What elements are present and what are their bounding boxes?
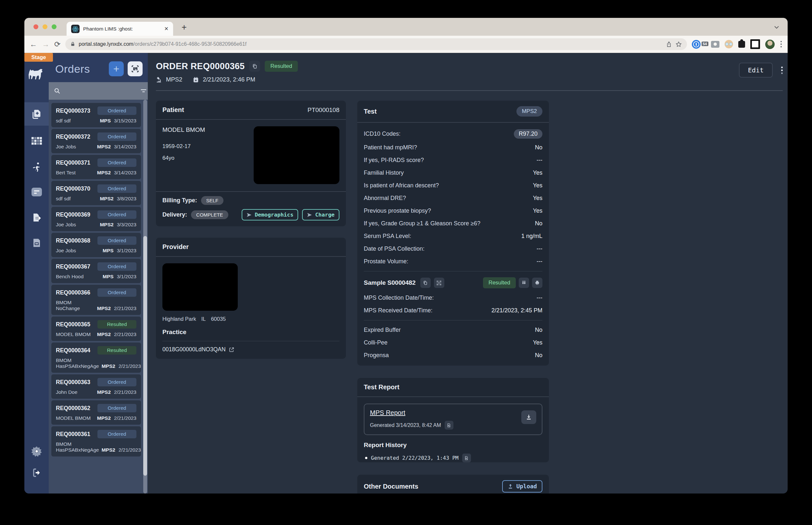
test-row-label: Abnormal DRE? xyxy=(364,195,406,201)
add-order-button[interactable]: + xyxy=(109,61,124,76)
share-icon[interactable] xyxy=(666,41,672,48)
sample-row-label: MPS Received Date/Time: xyxy=(364,307,432,314)
report-box: MPS Report Generated 3/14/2023, 8:42 AM xyxy=(364,404,543,435)
order-list-item[interactable]: REQ0000363Ordered John DoeMPS22/21/2023 xyxy=(51,374,141,399)
order-test-type: MPS2 xyxy=(100,222,113,228)
qr-code-button[interactable] xyxy=(434,278,444,288)
divider xyxy=(364,320,543,320)
fullscreen-window-button[interactable] xyxy=(51,24,57,29)
sample-id: Sample S0000482 xyxy=(364,279,416,286)
upload-button[interactable]: Upload xyxy=(502,480,543,493)
sidebar-item-export[interactable] xyxy=(24,208,49,227)
test-tubes-button[interactable] xyxy=(519,278,529,288)
test-row-label: Serum PSA Level: xyxy=(364,233,411,240)
new-tab-button[interactable]: + xyxy=(181,22,187,32)
download-report-button[interactable] xyxy=(521,410,536,424)
test-row-label: Patient had mpMRI? xyxy=(364,144,417,151)
extensions-cluster: 54 xyxy=(692,39,783,49)
profile-avatar[interactable] xyxy=(765,40,774,49)
flag-value: No xyxy=(535,352,543,359)
divider xyxy=(162,341,339,341)
patient-name: MODEL BMOM xyxy=(162,126,254,133)
order-patient-name: Joe Jobs xyxy=(56,222,76,228)
order-patient-name: Bench Hood xyxy=(56,274,84,280)
order-list-item[interactable]: REQ0000370Ordered sdf sdfMPS23/8/2023 xyxy=(51,181,141,205)
orders-search-bar[interactable] xyxy=(49,82,148,100)
order-menu-icon[interactable] xyxy=(781,66,783,74)
calendar-icon xyxy=(193,76,199,83)
settings-gear-icon[interactable] xyxy=(31,446,43,457)
send-charge-button[interactable]: Charge xyxy=(302,209,339,221)
minimize-window-button[interactable] xyxy=(43,24,47,29)
sidebar-item-runner[interactable] xyxy=(24,158,49,176)
order-status-badge: Ordered xyxy=(98,210,136,219)
practice-link[interactable]: 0018G00000LdNO3QAN xyxy=(162,346,339,353)
provider-address: Highland ParkIL60035 xyxy=(162,316,339,322)
edit-button[interactable]: Edit xyxy=(739,63,773,78)
order-detail: ORDER REQ0000365 Resulted MPS2 xyxy=(148,53,788,494)
logout-icon[interactable] xyxy=(31,467,42,478)
send-demographics-button[interactable]: Demographics xyxy=(242,209,298,221)
test-row-label: If yes, PI-RADS score? xyxy=(364,157,424,164)
order-list-item[interactable]: REQ0000367Ordered Bench HoodMPS3/1/2023 xyxy=(51,259,141,283)
extensions-puzzle-icon[interactable] xyxy=(738,41,745,48)
chevron-down-icon[interactable] xyxy=(774,26,779,29)
bookmark-star-icon[interactable] xyxy=(675,41,682,48)
test-row-value: Yes xyxy=(533,208,543,214)
forward-button[interactable]: → xyxy=(42,41,49,48)
grid-icon xyxy=(31,137,42,146)
url-bar[interactable]: portal.stage.lynxdx.com/orders/c279b074-… xyxy=(65,38,686,50)
orders-panel: Orders + REQ0000373Ordered sd xyxy=(49,53,148,494)
patient-card-title: Patient xyxy=(162,106,184,114)
tab-close-icon[interactable]: ✕ xyxy=(164,26,168,32)
square-tool-icon[interactable] xyxy=(750,39,760,49)
preview-history-report-button[interactable] xyxy=(462,453,471,462)
order-test-type: MPS2 xyxy=(97,170,111,176)
history-timestamp: Generated 2/22/2023, 1:43 PM xyxy=(371,455,459,461)
order-list-item[interactable]: REQ0000361Ordered BMOM HasPSABxNegAgeMPS… xyxy=(51,426,141,456)
order-list-item[interactable]: REQ0000365Resulted MODEL BMOMMPS22/21/20… xyxy=(51,317,141,341)
back-button[interactable]: ← xyxy=(30,41,37,48)
copy-sample-id-button[interactable] xyxy=(420,278,431,288)
order-list-item[interactable]: REQ0000372Ordered Joe JobsMPS23/14/2023 xyxy=(51,129,141,153)
order-patient-name: MODEL BMOM xyxy=(56,415,91,421)
screenshot-extension-icon[interactable] xyxy=(711,41,720,48)
order-date: 3/3/2023 xyxy=(117,222,136,228)
order-list-item[interactable]: REQ0000369Ordered Joe JobsMPS23/3/2023 xyxy=(51,207,141,231)
close-window-button[interactable] xyxy=(33,24,38,29)
copy-order-id-button[interactable] xyxy=(249,61,260,72)
preview-report-button[interactable] xyxy=(445,421,454,430)
order-list-item[interactable]: REQ0000373Ordered sdf sdfMPS3/15/2023 xyxy=(51,103,141,127)
order-id: REQ0000364 xyxy=(56,347,90,354)
reload-button[interactable]: ⟳ xyxy=(54,41,60,48)
filter-icon[interactable] xyxy=(140,88,147,94)
password-manager-extension-icon[interactable] xyxy=(692,40,700,49)
orders-search-input[interactable] xyxy=(64,87,137,94)
avatar-extension-icon[interactable] xyxy=(725,40,733,48)
order-list-item[interactable]: REQ0000362Ordered MODEL BMOMMPS22/21/202… xyxy=(51,400,141,425)
browser-menu-icon[interactable] xyxy=(780,40,783,48)
order-list-item[interactable]: REQ0000366Ordered BMOM NoChangeMPS22/21/… xyxy=(51,285,141,315)
browser-tab[interactable]: Phantom LIMS :ghost: ✕ xyxy=(67,22,173,36)
test-row-label: Familial History xyxy=(364,169,404,176)
sidebar-item-reports[interactable] xyxy=(24,234,49,252)
order-list-item[interactable]: REQ0000371Ordered Bert TestMPS23/14/2023 xyxy=(51,155,141,179)
order-list-item[interactable]: REQ0000368Ordered Joe JobsMPS3/1/2023 xyxy=(51,233,141,257)
sidebar-item-new-order[interactable] xyxy=(24,102,49,126)
scrollbar-thumb[interactable] xyxy=(143,236,147,476)
order-test-type: MPS2 xyxy=(97,144,111,150)
order-status-badge: Ordered xyxy=(98,106,136,115)
sidebar-item-notes[interactable] xyxy=(24,183,49,201)
order-test-type: MPS2 xyxy=(97,305,111,311)
bullet-icon xyxy=(365,457,367,459)
mps-report-link[interactable]: MPS Report xyxy=(370,409,405,416)
print-button[interactable] xyxy=(532,278,543,288)
provider-card: Provider Highland ParkIL60035 Practice 0… xyxy=(156,238,346,359)
order-date: 3/15/2023 xyxy=(114,118,136,124)
adblock-badge: 54 xyxy=(702,42,708,46)
barcode-scan-button[interactable] xyxy=(128,61,143,76)
order-list-item[interactable]: REQ0000364Resulted BMOM HasPSABxNegAgeMP… xyxy=(51,343,141,373)
orders-list: REQ0000373Ordered sdf sdfMPS3/15/2023 RE… xyxy=(49,100,148,494)
order-patient-name: John Doe xyxy=(56,389,77,395)
sidebar-item-grid[interactable] xyxy=(24,132,49,151)
